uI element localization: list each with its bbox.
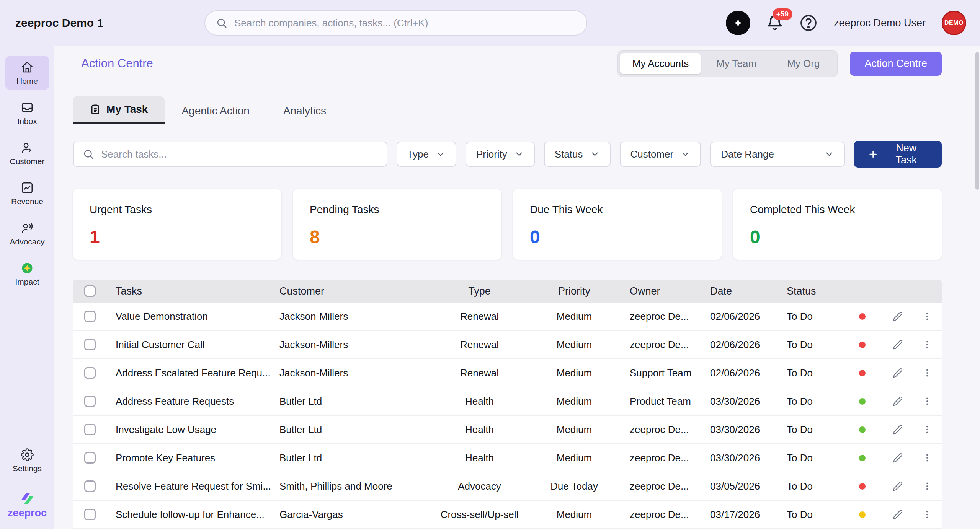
task-row[interactable]: Value DemonstrationJackson-MillersRenewa… bbox=[73, 303, 942, 331]
task-owner: zeeproc De... bbox=[622, 311, 702, 322]
main-content: Action Centre My AccountsMy TeamMy Org A… bbox=[54, 46, 980, 529]
task-customer: Butler Ltd bbox=[272, 396, 433, 407]
row-checkbox[interactable] bbox=[84, 311, 96, 322]
task-priority: Medium bbox=[526, 424, 622, 436]
edit-task-button[interactable] bbox=[892, 396, 903, 407]
task-row[interactable]: Address Escalated Feature Requ...Jackson… bbox=[73, 359, 942, 387]
edit-task-button[interactable] bbox=[892, 368, 903, 378]
home-icon bbox=[21, 61, 34, 74]
row-menu-button[interactable] bbox=[922, 339, 933, 350]
task-type: Health bbox=[433, 396, 526, 407]
action-centre-button[interactable]: Action Centre bbox=[850, 52, 942, 76]
stat-value: 8 bbox=[310, 226, 485, 247]
sidebar-item-customer[interactable]: Customer bbox=[5, 136, 49, 170]
search-icon bbox=[83, 148, 94, 160]
sidebar-item-advocacy[interactable]: Advocacy bbox=[5, 216, 49, 251]
filter-dropdown-type[interactable]: Type bbox=[397, 142, 456, 167]
global-search-input[interactable]: Search companies, actions, tasks... (Ctr… bbox=[204, 10, 587, 36]
advocacy-icon bbox=[21, 221, 34, 234]
row-checkbox[interactable] bbox=[84, 396, 96, 407]
row-menu-button[interactable] bbox=[922, 311, 933, 322]
help-button[interactable] bbox=[799, 14, 818, 32]
row-checkbox[interactable] bbox=[84, 339, 96, 350]
scope-tab-my-accounts[interactable]: My Accounts bbox=[620, 53, 701, 74]
edit-task-button[interactable] bbox=[892, 339, 903, 350]
task-row[interactable]: Resolve Feature Request for Smi...Smith,… bbox=[73, 472, 942, 501]
task-table: TasksCustomerTypePriorityOwnerDateStatus… bbox=[73, 280, 942, 529]
plus-icon bbox=[868, 149, 878, 160]
sidebar-footer-nav: Settings bbox=[5, 443, 49, 483]
column-header-status: Status bbox=[779, 285, 842, 297]
quick-launch-button[interactable] bbox=[726, 11, 750, 35]
task-priority: Due Today bbox=[526, 480, 622, 492]
edit-task-button[interactable] bbox=[892, 481, 903, 492]
task-search-input[interactable]: Search tasks... bbox=[73, 142, 387, 167]
global-search-placeholder: Search companies, actions, tasks... (Ctr… bbox=[234, 17, 428, 29]
sidebar-item-inbox[interactable]: Inbox bbox=[5, 96, 49, 130]
row-menu-button[interactable] bbox=[922, 509, 933, 520]
task-status: To Do bbox=[779, 311, 842, 322]
sidebar-item-impact[interactable]: Impact bbox=[5, 257, 49, 291]
tab-my-task[interactable]: My Task bbox=[73, 96, 165, 124]
row-checkbox[interactable] bbox=[84, 452, 96, 464]
search-icon bbox=[216, 17, 227, 29]
task-name: Address Escalated Feature Requ... bbox=[107, 367, 272, 379]
sidebar-item-settings[interactable]: Settings bbox=[5, 443, 49, 477]
row-menu-button[interactable] bbox=[922, 368, 933, 378]
task-row[interactable]: Schedule follow-up for Enhance...Garcia-… bbox=[73, 501, 942, 529]
select-all-checkbox[interactable] bbox=[84, 285, 96, 297]
row-checkbox[interactable] bbox=[84, 480, 96, 492]
stat-value: 1 bbox=[90, 226, 265, 247]
scope-tab-my-team[interactable]: My Team bbox=[701, 53, 772, 74]
row-menu-button[interactable] bbox=[922, 452, 933, 463]
sidebar-item-revenue[interactable]: Revenue bbox=[5, 176, 49, 210]
task-type: Renewal bbox=[433, 339, 526, 351]
sidebar-item-label: Advocacy bbox=[10, 237, 44, 246]
notifications-button[interactable]: +59 bbox=[766, 15, 783, 31]
task-search-placeholder: Search tasks... bbox=[101, 148, 167, 160]
edit-task-button[interactable] bbox=[892, 424, 903, 435]
new-task-label: New Task bbox=[884, 142, 928, 166]
task-date: 03/30/2026 bbox=[702, 424, 779, 436]
filter-dropdown-priority[interactable]: Priority bbox=[466, 142, 535, 167]
task-row[interactable]: Investigate Low UsageButler LtdHealthMed… bbox=[73, 416, 942, 444]
edit-task-button[interactable] bbox=[892, 452, 903, 463]
row-checkbox[interactable] bbox=[84, 424, 96, 435]
row-checkbox[interactable] bbox=[84, 509, 96, 520]
scrollbar-thumb[interactable] bbox=[975, 52, 979, 190]
zeeproc-logo-icon bbox=[18, 491, 36, 506]
stat-value: 0 bbox=[530, 226, 705, 247]
task-row[interactable]: Promote Key FeaturesButler LtdHealthMedi… bbox=[73, 444, 942, 472]
filter-dropdown-status[interactable]: Status bbox=[544, 142, 611, 167]
row-menu-button[interactable] bbox=[922, 396, 933, 407]
filter-dropdown-customer[interactable]: Customer bbox=[620, 142, 701, 167]
task-name: Schedule follow-up for Enhance... bbox=[107, 509, 272, 521]
task-date: 02/06/2026 bbox=[702, 339, 779, 351]
sidebar-item-home[interactable]: Home bbox=[5, 56, 49, 90]
scrollbar[interactable] bbox=[975, 47, 979, 527]
edit-task-button[interactable] bbox=[892, 311, 903, 322]
avatar[interactable]: DEMO bbox=[942, 11, 966, 35]
scope-tab-my-org[interactable]: My Org bbox=[772, 53, 835, 74]
dropdown-label: Status bbox=[555, 148, 583, 160]
task-priority: Medium bbox=[526, 339, 622, 351]
row-checkbox[interactable] bbox=[84, 367, 96, 379]
dropdown-label: Priority bbox=[476, 148, 507, 160]
new-task-button[interactable]: New Task bbox=[854, 141, 942, 168]
task-customer: Jackson-Millers bbox=[272, 311, 433, 322]
clipboard-icon bbox=[90, 104, 101, 115]
tab-agentic-action[interactable]: Agentic Action bbox=[165, 98, 266, 124]
task-priority: Medium bbox=[526, 311, 622, 322]
tab-label: Analytics bbox=[283, 105, 326, 117]
task-row[interactable]: Initial Customer CallJackson-MillersRene… bbox=[73, 331, 942, 359]
row-menu-button[interactable] bbox=[922, 481, 933, 492]
filter-dropdown-date-range[interactable]: Date Range bbox=[710, 142, 845, 167]
task-row[interactable]: Address Feature RequestsButler LtdHealth… bbox=[73, 387, 942, 416]
tab-analytics[interactable]: Analytics bbox=[266, 98, 343, 124]
customer-icon bbox=[21, 141, 34, 154]
settings-icon bbox=[21, 448, 34, 461]
stat-label: Pending Tasks bbox=[310, 203, 485, 216]
row-menu-button[interactable] bbox=[922, 424, 933, 435]
edit-task-button[interactable] bbox=[892, 509, 903, 520]
stat-card-due-this-week: Due This Week0 bbox=[513, 189, 722, 260]
